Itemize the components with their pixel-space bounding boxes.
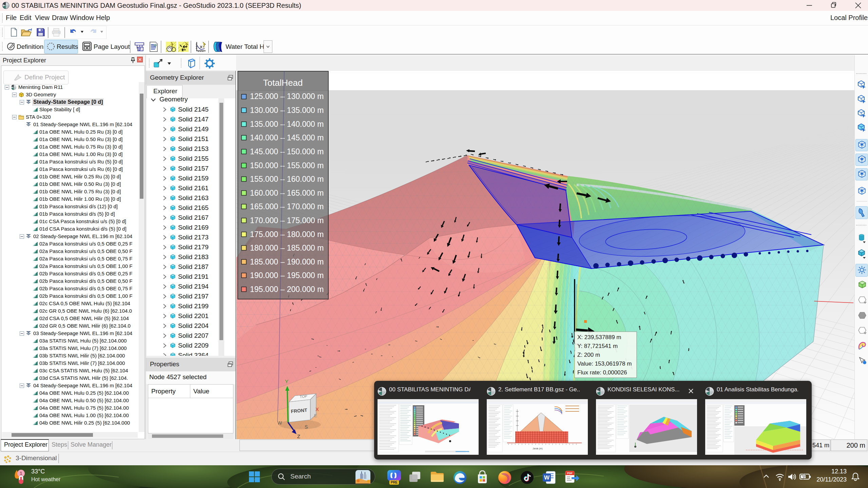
- svg-text:170.000 – 175.000 m: 170.000 – 175.000 m: [250, 216, 324, 225]
- svg-text:Flux rate: 0,000026: Flux rate: 0,000026: [577, 369, 627, 376]
- svg-text:190.000 – 195.000 m: 190.000 – 195.000 m: [250, 271, 324, 280]
- svg-text:PDF: PDF: [567, 472, 573, 475]
- svg-text:Z: Z: [297, 433, 300, 439]
- svg-text:X: 239,537889 m: X: 239,537889 m: [577, 334, 621, 340]
- svg-text:125.000 – 130.000 m: 125.000 – 130.000 m: [250, 92, 324, 101]
- svg-text:160.000 – 165.000 m: 160.000 – 165.000 m: [250, 189, 324, 197]
- svg-text:185.000 – 190.000 m: 185.000 – 190.000 m: [250, 257, 324, 266]
- svg-text:165.000 – 170.000 m: 165.000 – 170.000 m: [250, 202, 324, 211]
- svg-text:TotalHead: TotalHead: [263, 78, 303, 88]
- svg-text:Z: 200 m: Z: 200 m: [577, 352, 600, 358]
- svg-text:175.000 – 180.000 m: 175.000 – 180.000 m: [250, 230, 324, 239]
- svg-text:150.000 – 155.000 m: 150.000 – 155.000 m: [250, 161, 324, 170]
- svg-text:130.000 – 135.000 m: 130.000 – 135.000 m: [250, 106, 324, 115]
- svg-text:145.000 – 150.000 m: 145.000 – 150.000 m: [250, 147, 324, 156]
- svg-text:S: S: [305, 424, 308, 430]
- svg-text:195.000 – 200.000 m: 195.000 – 200.000 m: [250, 285, 324, 294]
- svg-text:W: W: [277, 420, 282, 426]
- svg-text:Value: 153,061978 m: Value: 153,061978 m: [577, 360, 632, 367]
- svg-text:135.000 – 140.000 m: 135.000 – 140.000 m: [250, 120, 324, 129]
- svg-text:PRE: PRE: [391, 481, 398, 484]
- svg-text:1: 1: [20, 470, 22, 476]
- svg-text:155.000 – 160.000 m: 155.000 – 160.000 m: [250, 175, 324, 183]
- svg-text:Y: Y: [285, 378, 288, 384]
- svg-text:Y: 87,721541 m: Y: 87,721541 m: [577, 343, 618, 349]
- svg-text:180.000 – 185.000 m: 180.000 – 185.000 m: [250, 243, 324, 252]
- svg-text:E: E: [314, 413, 317, 418]
- svg-text:Jarak (m): Jarak (m): [533, 447, 543, 450]
- svg-text:W: W: [544, 474, 550, 481]
- svg-text:TOP: TOP: [300, 394, 308, 399]
- svg-text:X: X: [315, 406, 319, 412]
- svg-text:140.000 – 145.000 m: 140.000 – 145.000 m: [250, 133, 324, 142]
